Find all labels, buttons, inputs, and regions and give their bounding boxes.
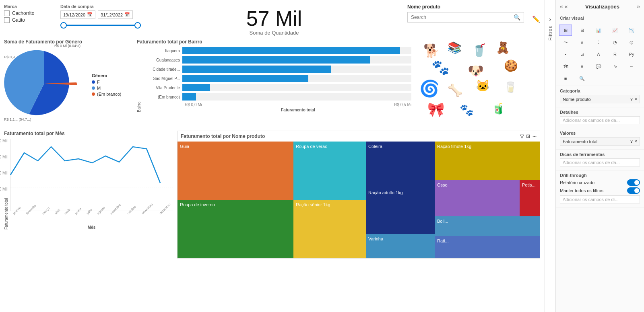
treemap-filter-icon[interactable]: ▽ — [520, 133, 524, 139]
slider-thumb-right[interactable] — [134, 22, 141, 29]
drill-relatorio-label: Relatório cruzado — [560, 180, 594, 185]
bar-chart-title: Faturamento total por Bairro — [137, 39, 411, 45]
search-icon: 🔍 — [514, 14, 520, 21]
viz-btn-gauge[interactable]: A — [592, 49, 605, 60]
filters-label: Filtros — [548, 26, 553, 41]
date-end-input[interactable]: 31/12/2022 📅 — [98, 10, 133, 19]
chevron-right-icon[interactable]: » — [637, 3, 640, 10]
treemap-label-osso: Osso — [437, 183, 448, 187]
bar-row-vilaprudente: Vila Prudente — [142, 84, 411, 91]
bar-fill-cidade — [182, 66, 331, 73]
drill-section: Drill-through Relatório cruzado Manter t… — [556, 170, 644, 207]
date-start-input[interactable]: 19/12/2020 📅 — [60, 10, 95, 19]
chevron-left2-icon[interactable]: « — [565, 3, 568, 10]
brand-item-cachorrito[interactable]: Cachorrito — [4, 10, 52, 16]
chevron-left-icon[interactable]: « — [560, 3, 563, 10]
categoria-field-value: Nome produto — [563, 97, 591, 102]
categoria-value[interactable]: Nome produto ∨ × — [560, 95, 640, 103]
detalhes-placeholder[interactable]: Adicionar os campos de da... — [560, 116, 640, 124]
viz-btn-clustered[interactable]: ≡ — [576, 61, 588, 72]
viz-btn-custom1[interactable]: ■ — [559, 73, 572, 84]
viz-btn-scatter[interactable]: ⁚ — [592, 37, 605, 48]
treemap-cell-guia: Guia — [178, 142, 293, 200]
big-number-label: Soma de Quantidade — [149, 30, 399, 36]
bottom-area: Faturamento total por Mês Faturamento to… — [4, 131, 540, 259]
calendar-end-icon[interactable]: 📅 — [124, 12, 130, 17]
pet-icon-7: 🍪 — [504, 59, 518, 72]
filters-strip: › Filtros — [544, 0, 555, 312]
valores-x-icon[interactable]: × — [635, 139, 637, 144]
viz-btn-chart2[interactable]: 📈 — [609, 25, 621, 36]
pet-icon-8: 🌀 — [419, 79, 440, 98]
chevron-down-icon[interactable]: ∨ — [630, 96, 633, 102]
dicas-placeholder[interactable]: Adicionar os campos de da... — [560, 158, 640, 166]
y-tick-4: R$ 120 Mil — [0, 187, 8, 191]
criar-visual-label: Criar visual — [556, 13, 644, 23]
viz-btn-area[interactable]: ∧ — [576, 37, 588, 48]
viz-btn-chart3[interactable]: 📉 — [625, 25, 638, 36]
big-number-section: 57 Mil Soma de Quantidade — [149, 4, 399, 36]
manter-toggle[interactable] — [627, 187, 640, 194]
categoria-close-icon[interactable]: ∨ × — [630, 96, 637, 102]
brand-item-gatito[interactable]: Gatito — [4, 17, 52, 23]
viz-btn-treemap[interactable]: ▪ — [559, 49, 572, 60]
treemap-label-guia: Guia — [180, 144, 189, 149]
viz-btn-search[interactable]: 🔍 — [576, 73, 588, 84]
bar-track-embranco — [182, 93, 411, 101]
viz-btn-bubble[interactable]: 💬 — [592, 61, 605, 72]
line-chart-inner: R$ 180 Mil R$ 160 Mil R$ 140 Mil R$ 120 … — [10, 139, 173, 230]
search-input[interactable] — [411, 14, 511, 20]
treemap-more-icon[interactable]: ··· — [533, 133, 537, 139]
viz-btn-map[interactable]: 🗺 — [559, 61, 572, 72]
viz-btn-line[interactable]: 〜 — [559, 37, 572, 48]
treemap-cell-racaosenior: Ração sênior 1kg — [293, 200, 366, 258]
viz-btn-chart1[interactable]: 📊 — [592, 25, 605, 36]
treemap-row-osso: Osso Petis... — [435, 180, 540, 216]
valores-section: Valores Faturamento total ∨ × — [556, 128, 644, 150]
slider-thumb-left[interactable] — [60, 22, 67, 29]
pet-icon-3: 🥤 — [472, 43, 487, 57]
pet-icon-10: 🐱 — [476, 79, 490, 92]
viz-btn-donut[interactable]: ◎ — [625, 37, 638, 48]
relatorio-toggle[interactable] — [627, 179, 640, 186]
valores-value[interactable]: Faturamento total ∨ × — [560, 137, 640, 146]
x-icon[interactable]: × — [635, 96, 637, 102]
search-box[interactable]: 🔍 — [407, 12, 524, 23]
treemap-icons: ▽ ⊡ ··· — [520, 133, 537, 139]
viz-btn-table[interactable]: ⊞ — [559, 25, 572, 36]
treemap-label-racaofilhote: Ração filhote 1kg — [437, 144, 471, 149]
calendar-start-icon[interactable]: 📅 — [87, 12, 93, 17]
viz-btn-pie[interactable]: ◔ — [609, 37, 621, 48]
viz-btn-matrix[interactable]: ⊟ — [576, 25, 588, 36]
bar-label-saomiguel: São Miguel P... — [142, 76, 182, 81]
viz-btn-py[interactable]: Py — [625, 49, 638, 60]
viz-btn-funnel[interactable]: ⊿ — [576, 49, 588, 60]
pet-icon-1: 🐕 — [423, 43, 440, 58]
drill-manter: Manter todos os filtros — [560, 187, 640, 194]
line-x-label: Mês — [10, 225, 173, 230]
slider-track — [60, 25, 141, 26]
date-slider[interactable] — [60, 21, 141, 29]
bar-label-embranco: (Em branco) — [142, 95, 182, 99]
treemap-row-boli: Boli... — [435, 216, 540, 236]
filters-expand-icon[interactable]: › — [549, 16, 551, 23]
detalhes-section: Detalhes Adicionar os campos de da... — [556, 107, 644, 128]
treemap-label-boli: Boli... — [437, 219, 448, 224]
bar-row-guaianaases: Guaianaases — [142, 56, 411, 64]
valores-chevron-icon[interactable]: ∨ — [630, 139, 633, 144]
treemap-expand-icon[interactable]: ⊡ — [526, 133, 530, 139]
drill-placeholder[interactable]: Adicionar os campos de dr... — [560, 195, 640, 203]
cachorrito-checkbox[interactable] — [4, 10, 10, 16]
legend-item-f: F — [92, 80, 122, 84]
viz-btn-kpi[interactable]: R — [609, 49, 621, 60]
viz-btn-waterfall[interactable]: ∿ — [609, 61, 621, 72]
viz-btn-more[interactable]: ··· — [625, 61, 638, 72]
treemap-label-racaoadulto: Ração adulto 1kg — [368, 190, 403, 195]
treemap-col1: Guia Roupa de inverno — [178, 142, 293, 258]
treemap-cell-boli: Boli... — [435, 216, 540, 236]
treemap-label-coleira: Coleira — [368, 144, 382, 149]
bar-track-itaquera — [182, 47, 411, 54]
gatito-checkbox[interactable] — [4, 17, 10, 23]
pet-icon-13: 🐾 — [460, 103, 474, 117]
edit-icon[interactable]: ✏️ — [532, 15, 540, 23]
